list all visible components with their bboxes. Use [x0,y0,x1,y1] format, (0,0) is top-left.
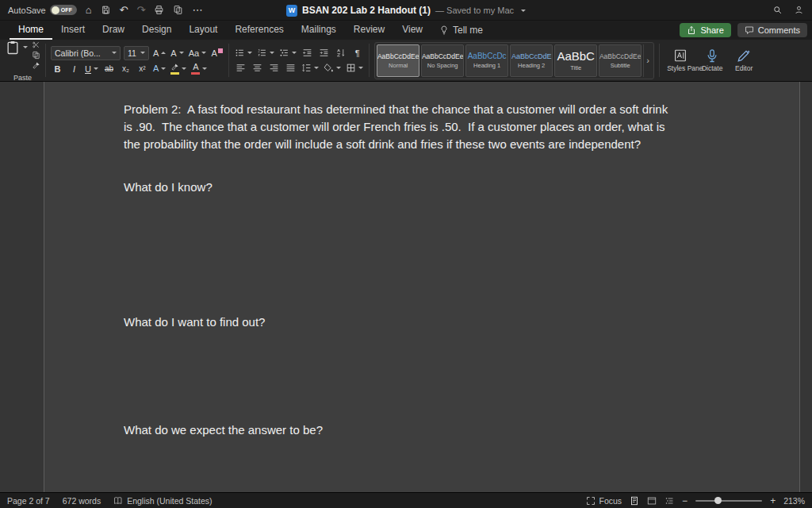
undo-icon[interactable]: ↶ [120,5,128,15]
text-effects-button[interactable]: A [152,63,167,75]
align-left-button[interactable] [234,62,247,75]
paint-bucket-icon [324,63,334,73]
redo-icon[interactable]: ↷ [136,5,145,15]
show-paragraph-marks-button[interactable]: ¶ [350,47,364,60]
tab-mailings[interactable]: Mailings [293,21,345,40]
style-card-subtitle[interactable]: AaBbCcDdEe Subtitle [599,44,642,77]
change-case-button[interactable]: Aa [188,47,207,60]
shrink-font-button[interactable]: A [170,47,184,60]
page-indicator[interactable]: Page 2 of 7 [7,496,50,506]
clipboard-icon [5,40,21,56]
decrease-indent-button[interactable] [301,47,314,60]
underline-button[interactable]: U [84,63,99,75]
highlight-color-button[interactable] [170,63,187,75]
align-center-icon [252,63,262,73]
style-name: Heading 1 [473,62,500,69]
autosave-toggle[interactable]: AutoSave OFF [8,5,77,15]
ribbon-home: Paste Calibri (Bo... 11 A A Aa A B I U a… [0,40,812,82]
justify-button[interactable] [284,62,297,75]
style-card-heading-2[interactable]: AaBbCcDdE Heading 2 [510,44,553,77]
zoom-level[interactable]: 213% [783,496,805,506]
autosave-switch[interactable]: OFF [50,5,77,15]
tab-insert[interactable]: Insert [52,21,94,40]
tab-draw[interactable]: Draw [94,21,133,40]
home-icon[interactable]: ⌂ [86,5,92,15]
dictate-button[interactable]: Dictate [696,48,728,73]
superscript-button[interactable]: x² [136,63,149,75]
align-right-button[interactable] [267,62,281,75]
search-icon[interactable] [772,5,783,15]
doc-paragraph-expect[interactable]: What do we expect the answer to be? [124,421,672,439]
style-card-no-spacing[interactable]: AaBbCcDdEe No Spacing [421,44,464,77]
zoom-in-button[interactable]: + [770,495,776,506]
strikethrough-button[interactable]: ab [102,63,116,75]
account-icon[interactable] [794,5,804,15]
save-icon[interactable] [101,5,111,15]
multilevel-list-button[interactable] [278,47,297,60]
print-icon[interactable] [154,5,164,15]
subscript-button[interactable]: x₂ [119,63,132,75]
document-page[interactable]: Problem 2: A fast food restaurant has de… [44,82,800,492]
tab-layout[interactable]: Layout [180,21,226,40]
font-name-select[interactable]: Calibri (Bo... [51,46,121,60]
font-size-value: 11 [128,48,136,58]
styles-pane-button[interactable]: Styles Pane [665,48,696,73]
print-layout-view-button[interactable] [630,496,639,506]
tell-me-button[interactable]: Tell me [431,21,491,40]
bullets-button[interactable] [234,47,253,60]
style-card-normal[interactable]: AaBbCcDdEe Normal [377,44,419,77]
line-spacing-button[interactable] [301,62,320,75]
sort-button[interactable] [334,47,347,60]
grow-font-button[interactable]: A [152,47,167,60]
style-card-heading-1[interactable]: AaBbCcDc Heading 1 [465,44,508,77]
font-size-select[interactable]: 11 [124,46,149,60]
borders-button[interactable] [345,62,364,75]
sort-az-icon [335,48,346,58]
shading-button[interactable] [323,62,342,75]
tab-view[interactable]: View [393,21,431,40]
comments-button[interactable]: Comments [737,23,807,37]
focus-label: Focus [599,496,622,506]
style-card-title[interactable]: AaBbC Title [554,44,597,77]
doc-paragraph-know[interactable]: What do I know? [124,179,672,196]
gallery-scroll-icon[interactable]: › [643,44,652,77]
tab-design[interactable]: Design [133,21,180,40]
bold-button[interactable]: B [51,63,64,75]
zoom-slider[interactable] [695,500,762,502]
format-painter-icon[interactable] [32,61,40,70]
paste-dropdown-icon[interactable] [23,46,28,48]
saved-status-chevron-icon [521,10,526,12]
style-name: Title [570,64,581,71]
outline-view-button[interactable] [665,496,674,506]
language-indicator[interactable]: English (United States) [127,496,212,506]
italic-button[interactable]: I [67,63,81,75]
numbering-button[interactable] [256,47,275,60]
cut-icon[interactable] [32,40,40,49]
saved-status[interactable]: — Saved to my Mac [435,6,514,15]
spellcheck-button[interactable]: English (United States) [113,496,212,506]
web-layout-view-button[interactable] [647,496,657,506]
paste-button[interactable] [5,40,28,56]
duplicate-doc-icon[interactable] [173,5,183,15]
clear-formatting-button[interactable]: A [210,47,224,60]
share-button[interactable]: Share [680,23,730,37]
zoom-out-button[interactable]: − [682,495,688,506]
tab-references[interactable]: References [226,21,292,40]
dictate-label: Dictate [699,65,726,73]
more-commands-icon[interactable]: ⋯ [192,5,202,15]
increase-indent-button[interactable] [317,47,331,60]
statusbar: Page 2 of 7 672 words English (United St… [0,492,812,508]
align-center-button[interactable] [251,62,264,75]
editor-button[interactable]: Editor [728,48,760,73]
copy-icon[interactable] [32,51,40,60]
doc-paragraph-find-out[interactable]: What do I want to find out? [124,314,672,331]
tab-home[interactable]: Home [10,21,52,40]
word-app-icon: W [286,5,297,17]
font-color-button[interactable]: A [190,63,208,75]
focus-button[interactable]: Focus [586,496,622,506]
autosave-state: OFF [61,7,73,13]
doc-paragraph-problem[interactable]: Problem 2: A fast food restaurant has de… [124,101,672,152]
zoom-slider-thumb[interactable] [714,497,722,504]
tab-review[interactable]: Review [345,21,393,40]
word-count[interactable]: 672 words [63,496,101,506]
